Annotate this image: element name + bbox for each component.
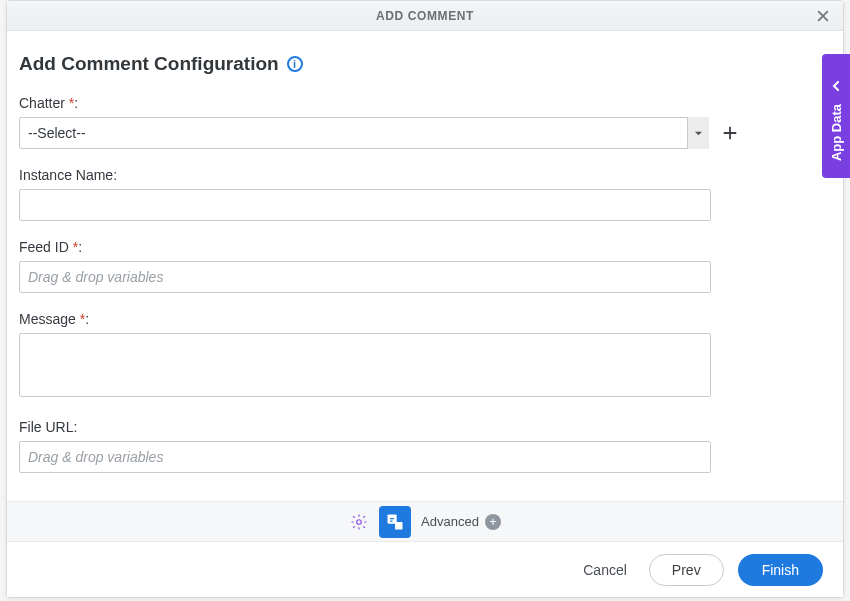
field-instance-name: Instance Name:	[19, 167, 823, 221]
advanced-toggle[interactable]: Advanced +	[421, 514, 501, 530]
app-data-panel-toggle[interactable]: App Data	[822, 54, 850, 178]
modal-title: ADD COMMENT	[376, 9, 474, 23]
chevron-left-icon	[831, 78, 841, 94]
add-comment-modal: ADD COMMENT Add Comment Configuration i …	[6, 0, 844, 598]
titlebar: ADD COMMENT	[7, 1, 843, 31]
file-url-label: File URL:	[19, 419, 823, 435]
gear-icon[interactable]	[349, 512, 369, 532]
message-input[interactable]	[19, 333, 711, 397]
add-chatter-button[interactable]	[719, 122, 741, 144]
instance-name-label: Instance Name:	[19, 167, 823, 183]
field-message: Message *:	[19, 311, 823, 401]
close-icon[interactable]	[813, 6, 833, 26]
field-chatter: Chatter *:	[19, 95, 823, 149]
page-heading: Add Comment Configuration i	[19, 53, 823, 75]
bottom-toolbar: Advanced +	[7, 501, 843, 541]
chatter-select[interactable]	[19, 117, 709, 149]
file-url-input[interactable]	[19, 441, 711, 473]
svg-point-0	[357, 519, 362, 524]
info-icon[interactable]: i	[287, 56, 303, 72]
cancel-button[interactable]: Cancel	[575, 556, 635, 584]
page-title: Add Comment Configuration	[19, 53, 279, 75]
svg-rect-2	[395, 522, 403, 530]
chatter-label: Chatter *:	[19, 95, 823, 111]
plus-icon: +	[485, 514, 501, 530]
field-feed-id: Feed ID *:	[19, 239, 823, 293]
message-label: Message *:	[19, 311, 823, 327]
modal-body: Add Comment Configuration i Chatter *:	[7, 31, 843, 501]
field-file-url: File URL:	[19, 419, 823, 473]
footer: Cancel Prev Finish	[7, 541, 843, 597]
instance-name-input[interactable]	[19, 189, 711, 221]
advanced-label: Advanced	[421, 514, 479, 529]
prev-button[interactable]: Prev	[649, 554, 724, 586]
app-data-label: App Data	[829, 104, 844, 161]
feed-id-input[interactable]	[19, 261, 711, 293]
chevron-down-icon[interactable]	[687, 117, 709, 149]
workflow-icon[interactable]	[379, 506, 411, 538]
finish-button[interactable]: Finish	[738, 554, 823, 586]
feed-id-label: Feed ID *:	[19, 239, 823, 255]
